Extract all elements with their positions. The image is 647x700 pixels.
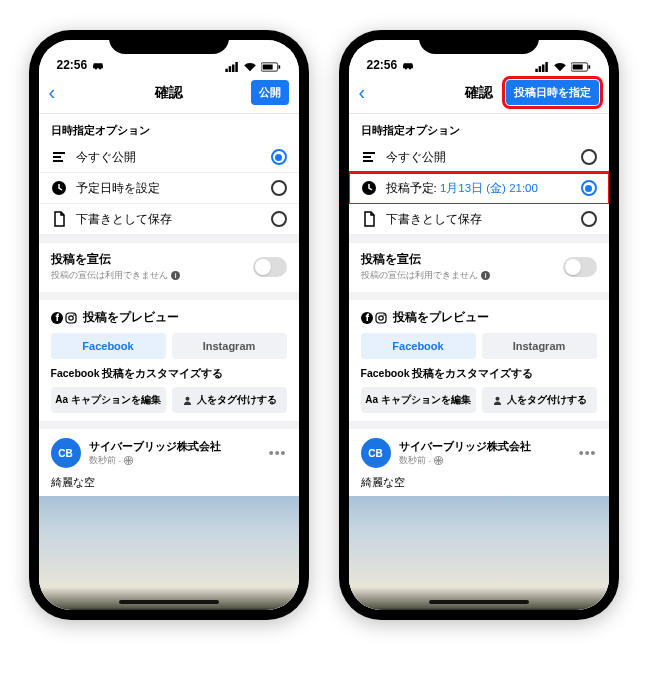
post-author[interactable]: サイバーブリッジ株式会社 <box>89 439 261 454</box>
option-schedule[interactable]: 投稿予定: 1月13日 (金) 21:00 <box>349 173 609 204</box>
post-text: 綺麗な空 <box>361 475 597 490</box>
instagram-icon <box>375 312 387 324</box>
globe-icon <box>434 456 443 465</box>
svg-text:i: i <box>174 272 176 279</box>
svg-rect-5 <box>262 65 272 70</box>
radio-unselected[interactable] <box>581 149 597 165</box>
schedule-options-header: 日時指定オプション <box>39 114 299 142</box>
clock-icon <box>51 180 67 196</box>
signal-icon <box>535 62 549 72</box>
svg-point-36 <box>495 396 499 400</box>
customize-label: Facebook 投稿をカスタマイズする <box>51 367 287 381</box>
wifi-icon <box>243 62 257 72</box>
tag-people-button[interactable]: 人をタグ付けする <box>482 387 597 413</box>
scheduled-datetime: 1月13日 (金) 21:00 <box>440 182 538 194</box>
radio-unselected[interactable] <box>271 211 287 227</box>
signal-icon <box>225 62 239 72</box>
battery-icon <box>261 62 281 72</box>
radio-unselected[interactable] <box>581 211 597 227</box>
back-button[interactable]: ‹ <box>49 81 73 104</box>
svg-rect-20 <box>538 66 541 72</box>
edit-caption-button[interactable]: Aa キャプションを編集 <box>51 387 166 413</box>
notch <box>419 30 539 54</box>
post-preview: CB サイバーブリッジ株式会社 数秒前 · ••• 綺麗な空 <box>39 429 299 610</box>
publish-button[interactable]: 公開 <box>251 80 289 105</box>
option-label: 今すぐ公開 <box>76 150 262 165</box>
avatar[interactable]: CB <box>51 438 81 468</box>
post-image[interactable] <box>349 496 609 610</box>
svg-rect-19 <box>535 69 538 72</box>
status-time: 22:56 <box>57 58 88 72</box>
tab-instagram[interactable]: Instagram <box>172 333 287 359</box>
post-preview: CB サイバーブリッジ株式会社 数秒前 · ••• 綺麗な空 <box>349 429 609 610</box>
schedule-button[interactable]: 投稿日時を指定 <box>506 80 599 105</box>
draft-icon <box>361 211 377 227</box>
schedule-options-header: 日時指定オプション <box>349 114 609 142</box>
preview-title: 投稿をプレビュー <box>393 310 489 325</box>
svg-rect-9 <box>53 160 63 162</box>
option-publish-now[interactable]: 今すぐ公開 <box>39 142 299 173</box>
post-more-button[interactable]: ••• <box>579 445 597 461</box>
screen: 22:56 ‹ 確認 投稿日時を指定 日時指定オプション 今すぐ公開 投稿予定:… <box>349 40 609 610</box>
screen: 22:56 ‹ 確認 公開 日時指定オプション 今すぐ公開 予定日時を設定 <box>39 40 299 610</box>
phone-right: 22:56 ‹ 確認 投稿日時を指定 日時指定オプション 今すぐ公開 投稿予定:… <box>339 30 619 620</box>
promote-toggle[interactable] <box>563 257 597 277</box>
tab-facebook[interactable]: Facebook <box>361 333 476 359</box>
info-icon: i <box>171 271 180 280</box>
promote-toggle[interactable] <box>253 257 287 277</box>
globe-icon <box>124 456 133 465</box>
status-time: 22:56 <box>367 58 398 72</box>
instagram-icon <box>65 312 77 324</box>
battery-icon <box>571 62 591 72</box>
nav-bar: ‹ 確認 公開 <box>39 74 299 114</box>
facebook-icon <box>51 312 63 324</box>
info-icon: i <box>481 271 490 280</box>
phone-left: 22:56 ‹ 確認 公開 日時指定オプション 今すぐ公開 予定日時を設定 <box>29 30 309 620</box>
tag-people-button[interactable]: 人をタグ付けする <box>172 387 287 413</box>
radio-selected[interactable] <box>581 180 597 196</box>
preview-title: 投稿をプレビュー <box>83 310 179 325</box>
svg-rect-25 <box>588 65 590 68</box>
svg-point-35 <box>383 314 385 316</box>
option-draft[interactable]: 下書きとして保存 <box>39 204 299 235</box>
option-label: 下書きとして保存 <box>76 212 262 227</box>
promote-sub: 投稿の宣伝は利用できません i <box>51 269 180 282</box>
svg-rect-24 <box>572 65 582 70</box>
svg-rect-21 <box>542 65 545 73</box>
promote-post-row: 投稿を宣伝 投稿の宣伝は利用できません i <box>349 243 609 292</box>
option-publish-now[interactable]: 今すぐ公開 <box>349 142 609 173</box>
edit-caption-button[interactable]: Aa キャプションを編集 <box>361 387 476 413</box>
radio-unselected[interactable] <box>271 180 287 196</box>
preview-section: 投稿をプレビュー Facebook Instagram Facebook 投稿を… <box>39 300 299 421</box>
promote-post-row: 投稿を宣伝 投稿の宣伝は利用できません i <box>39 243 299 292</box>
svg-rect-22 <box>545 62 548 72</box>
svg-point-34 <box>378 315 382 319</box>
post-author[interactable]: サイバーブリッジ株式会社 <box>399 439 571 454</box>
draft-icon <box>51 211 67 227</box>
post-image[interactable] <box>39 496 299 610</box>
svg-rect-0 <box>225 69 228 72</box>
option-label: 今すぐ公開 <box>386 150 572 165</box>
option-label: 下書きとして保存 <box>386 212 572 227</box>
radio-selected[interactable] <box>271 149 287 165</box>
home-indicator[interactable] <box>429 600 529 604</box>
svg-point-15 <box>68 315 72 319</box>
avatar[interactable]: CB <box>361 438 391 468</box>
car-icon <box>401 60 415 70</box>
back-button[interactable]: ‹ <box>359 81 383 104</box>
svg-rect-1 <box>228 66 231 72</box>
option-schedule[interactable]: 予定日時を設定 <box>39 173 299 204</box>
clock-icon <box>361 180 377 196</box>
home-indicator[interactable] <box>119 600 219 604</box>
preview-section: 投稿をプレビュー Facebook Instagram Facebook 投稿を… <box>349 300 609 421</box>
customize-label: Facebook 投稿をカスタマイズする <box>361 367 597 381</box>
post-time: 数秒前 · <box>399 454 571 467</box>
post-more-button[interactable]: ••• <box>269 445 287 461</box>
option-label: 投稿予定: 1月13日 (金) 21:00 <box>386 181 572 196</box>
person-icon <box>492 395 503 406</box>
tab-facebook[interactable]: Facebook <box>51 333 166 359</box>
tab-instagram[interactable]: Instagram <box>482 333 597 359</box>
person-icon <box>182 395 193 406</box>
svg-rect-8 <box>53 156 61 158</box>
option-draft[interactable]: 下書きとして保存 <box>349 204 609 235</box>
